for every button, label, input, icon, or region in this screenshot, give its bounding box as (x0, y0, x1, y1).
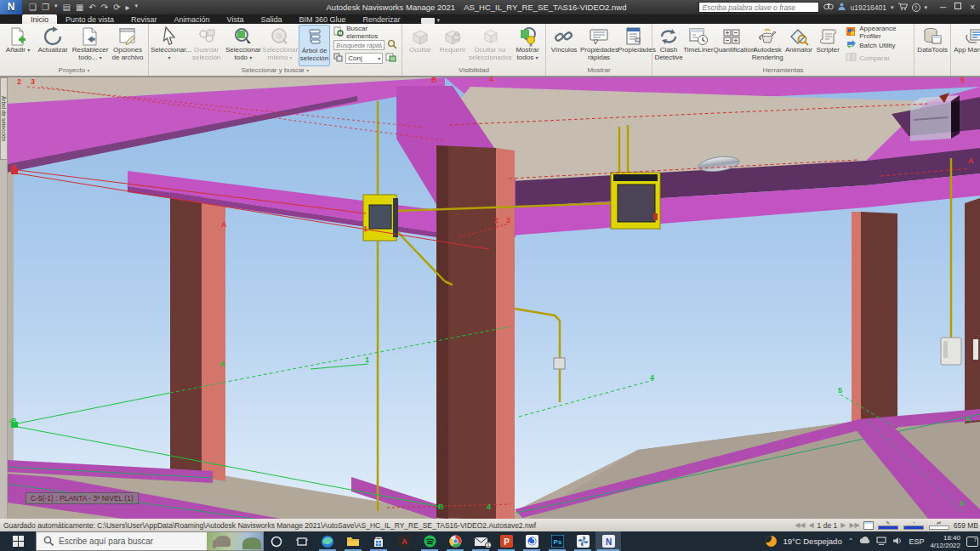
timeliner-button[interactable]: TimeLiner (683, 25, 713, 66)
tab-renderizar[interactable]: Renderizar (355, 14, 409, 24)
app-manager-button[interactable]: App Manager (953, 25, 980, 66)
help-icon[interactable]: ? (912, 3, 920, 12)
acrobat-icon[interactable]: A (391, 531, 417, 551)
tab-revisar[interactable]: Revisar (122, 14, 166, 24)
search-highlight-image[interactable] (207, 532, 263, 550)
infocenter-search-input[interactable] (698, 2, 819, 13)
vinculos-button[interactable]: Vínculos (548, 25, 580, 66)
select-icon[interactable]: ▸ (126, 3, 130, 12)
fan-app-icon[interactable] (570, 531, 595, 551)
navisworks-taskbar-icon[interactable]: N (595, 531, 621, 551)
selection-tree-panel-tab[interactable]: Árbol de selección (0, 77, 8, 160)
quick-find-icon[interactable] (387, 39, 397, 51)
maximize-button[interactable] (954, 3, 961, 9)
arbol-de-seleccion-button[interactable]: Árbol de selección (299, 25, 330, 66)
weather-icon[interactable] (766, 536, 777, 547)
seleccionar-button[interactable]: Seleccionar... ▾ (151, 25, 188, 66)
user-icon[interactable] (838, 3, 846, 12)
next-sheet-icon[interactable]: ▶ (840, 521, 846, 529)
redo-icon[interactable]: ↷ (101, 3, 108, 12)
volume-icon[interactable] (892, 537, 903, 547)
quantification-button[interactable]: Quantification (713, 25, 750, 66)
powerpoint-icon[interactable]: P (493, 531, 519, 551)
new-icon[interactable]: ❏ (29, 3, 37, 12)
undo-icon[interactable]: ↶ (88, 3, 95, 12)
batch-utility-button[interactable]: Batch Utility (846, 39, 912, 51)
weather-text[interactable]: 19°C Despejado (783, 537, 841, 546)
propiedades-button[interactable]: Propiedades (618, 25, 650, 66)
tab-inicio[interactable]: Inicio (22, 14, 57, 24)
file-explorer-icon[interactable] (340, 531, 366, 551)
group-label-proyecto[interactable]: Proyecto ▾ (0, 66, 148, 76)
appearance-profiler-button[interactable]: Appearance Profiler (846, 26, 912, 38)
app-menu-button[interactable]: N (0, 0, 22, 14)
first-sheet-icon[interactable]: ◀◀ (795, 521, 805, 529)
tab-vista[interactable]: Vista (219, 14, 253, 24)
start-button[interactable] (0, 531, 36, 551)
tab-animacion[interactable]: Animación (166, 14, 219, 24)
cart-icon[interactable] (898, 3, 908, 12)
drop-device[interactable] (941, 338, 961, 365)
center-column[interactable] (436, 145, 515, 520)
group-label-mostrar[interactable]: Mostrar (546, 66, 652, 76)
mail-icon[interactable]: 1 (468, 531, 493, 551)
refresh-icon[interactable]: ⟳ (113, 3, 120, 12)
actualizar-button[interactable]: Actualizar (34, 25, 71, 66)
group-label-seleccionar-y-buscar[interactable]: Seleccionar y buscar ▾ (149, 66, 402, 76)
seleccionar-todo-button[interactable]: Seleccionar todo ▾ (225, 25, 261, 66)
left-column[interactable] (170, 185, 225, 481)
close-button[interactable]: × (970, 3, 975, 12)
opciones-archivo-button[interactable]: Opciones de archivo (109, 25, 146, 66)
conj-dropdown[interactable]: Conj▾ (345, 53, 383, 64)
onedrive-icon[interactable] (859, 537, 870, 546)
tab-salida[interactable]: Salida (252, 14, 290, 24)
ribbon-display-toggle[interactable]: ▾ (421, 17, 441, 24)
manage-sets-icon[interactable] (385, 52, 396, 64)
far-right-column[interactable] (965, 198, 980, 423)
clash-detective-button[interactable]: Clash Detective (654, 25, 683, 66)
tab-bim360glue[interactable]: BIM 360 Glue (291, 14, 355, 24)
restablecer-todo-button[interactable]: Restablecer todo... ▾ (71, 25, 109, 66)
right-column[interactable] (852, 212, 897, 428)
anadir-button[interactable]: Añadir ▾ (2, 25, 34, 66)
action-center-icon[interactable]: 7 (966, 537, 978, 547)
propiedades-rapidas-button[interactable]: Propiedades rápidas (580, 25, 618, 66)
prev-sheet-icon[interactable]: ◀ (808, 521, 813, 529)
task-view-icon[interactable] (289, 531, 315, 551)
sheet-browser-icon[interactable] (863, 521, 874, 530)
network-icon[interactable] (876, 537, 886, 547)
group-label-visibilidad[interactable]: Visibilidad (402, 66, 545, 76)
save-icon[interactable]: ▤ (62, 3, 70, 12)
scripter-button[interactable]: Scripter (813, 25, 842, 66)
open-icon[interactable]: ❐ (42, 3, 49, 12)
spotify-icon[interactable] (417, 531, 442, 551)
language-indicator[interactable]: ESP (909, 537, 924, 546)
taskbar-clock[interactable]: 18:40 4/12/2022 (930, 534, 960, 549)
autodesk-rendering-button[interactable]: Autodesk Rendering (750, 25, 784, 66)
tray-chevron-icon[interactable]: ⌃ (848, 537, 854, 545)
taskbar-search-box[interactable]: Escribe aquí para buscar (36, 531, 264, 551)
search-binoculars-icon[interactable] (823, 3, 834, 12)
qat-customize-icon[interactable]: ▾ (135, 3, 139, 12)
mostrar-todos-button[interactable]: Mostrar todos ▾ (511, 25, 544, 66)
junction-box-2[interactable] (611, 173, 660, 229)
last-sheet-icon[interactable]: ▶▶ (849, 521, 859, 529)
edge-icon[interactable] (315, 531, 340, 551)
print-icon[interactable]: ▦ (76, 3, 83, 12)
datatools-button[interactable]: DataTools (916, 25, 949, 66)
busqueda-rapida-input[interactable] (333, 40, 385, 50)
viewport-3d[interactable]: Árbol de selección 23B45-BAA2311A-BB4455… (0, 77, 980, 519)
minimize-button[interactable]: ─ (940, 3, 946, 12)
microsoft-store-icon[interactable] (366, 531, 391, 551)
animator-button[interactable]: Animator (784, 25, 813, 66)
help-dropdown-icon[interactable]: ▾ (925, 4, 928, 11)
chrome-icon[interactable] (442, 531, 468, 551)
signed-in-user[interactable]: u19216401 (850, 3, 886, 12)
photoshop-icon[interactable]: Ps (544, 531, 570, 551)
conduit-connector[interactable] (554, 358, 565, 369)
user-dropdown-icon[interactable]: ▾ (891, 4, 894, 11)
tab-punto-de-vista[interactable]: Punto de vista (57, 14, 122, 24)
qat-dropdown-icon[interactable]: ▾ (54, 3, 58, 12)
blue-spiral-app-icon[interactable] (519, 531, 544, 551)
buscar-elementos-button[interactable]: Buscar elementos (333, 26, 400, 38)
